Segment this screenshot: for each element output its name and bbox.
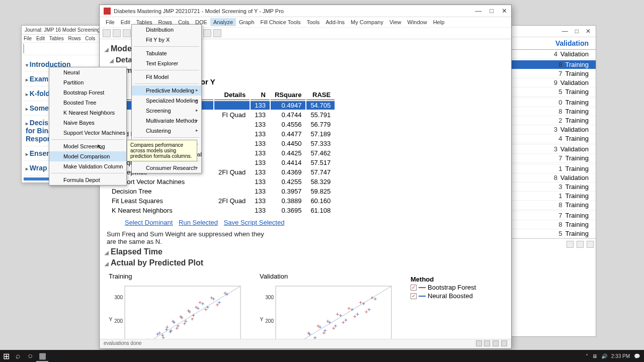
footer-icon[interactable]	[567, 241, 574, 248]
menu-file[interactable]: File	[103, 18, 118, 26]
validation-row[interactable]: 8Training	[511, 220, 596, 229]
footer-icon[interactable]	[577, 241, 584, 248]
mi-fitmodel[interactable]: Fit Model	[132, 72, 201, 82]
validation-row[interactable]: 3Validation	[511, 145, 596, 154]
status-icon[interactable]	[476, 340, 482, 346]
menu-analyze[interactable]: Analyze	[210, 18, 236, 26]
mi-consumer[interactable]: Consumer Research	[132, 163, 201, 173]
journal-menu[interactable]: File	[24, 36, 32, 41]
clock[interactable]: 2:33 PM	[611, 353, 630, 359]
validation-row[interactable]: 9Validation	[511, 78, 596, 87]
mi-svm[interactable]: Support Vector Machines	[49, 128, 126, 138]
tray-icon[interactable]: 🔊	[601, 353, 607, 359]
validation-row[interactable]: 7Training	[511, 211, 596, 220]
journal-menu[interactable]: Tables	[49, 36, 64, 41]
section-elapsed[interactable]: Elapsed Time	[105, 246, 506, 257]
validation-row[interactable]: 4Validation	[511, 50, 596, 59]
validation-row[interactable]: 7Training	[511, 154, 596, 163]
mi-multivariate[interactable]: Multivariate Methods	[132, 116, 201, 126]
legend-checkbox[interactable]: ✓	[411, 293, 417, 299]
mi-distribution[interactable]: Distribution	[132, 25, 201, 35]
minimize-icon[interactable]: —	[562, 28, 568, 35]
validation-row[interactable]: 2Training	[511, 116, 596, 125]
validation-column-header[interactable]: Validation	[511, 37, 596, 50]
validation-row[interactable]: 1Training	[511, 164, 596, 173]
col-n[interactable]: N	[251, 90, 270, 100]
mi-modelscreening[interactable]: Model Screening	[49, 141, 126, 151]
journal-menu[interactable]: Edit	[36, 36, 45, 41]
jmp-taskbar-icon[interactable]: ▦	[36, 350, 48, 362]
tool-icon[interactable]	[103, 29, 111, 37]
col-rase[interactable]: RASE	[306, 90, 335, 100]
cortana-icon[interactable]: ○	[24, 350, 36, 362]
validation-row[interactable]: 1Training	[511, 192, 596, 201]
close-icon[interactable]: ✕	[586, 28, 591, 35]
validation-row[interactable]: 4Training	[511, 134, 596, 143]
validation-scatter[interactable]: 300200100Y	[256, 281, 396, 343]
link-save-script[interactable]: Save Script Selected	[224, 219, 285, 226]
tray-icon[interactable]: 🖥	[592, 353, 597, 359]
maximize-icon[interactable]: □	[490, 7, 494, 15]
maximize-icon[interactable]: □	[575, 28, 579, 35]
menu-help[interactable]: Help	[430, 18, 448, 26]
tool-icon[interactable]	[213, 29, 221, 37]
menu-view[interactable]: View	[386, 18, 405, 26]
validation-row[interactable]: 5Training	[511, 87, 596, 97]
journal-menu[interactable]: Cols	[85, 36, 95, 41]
tool-icon[interactable]	[123, 29, 131, 37]
legend-checkbox[interactable]: ✓	[411, 285, 417, 291]
start-button[interactable]: ⊞	[0, 350, 12, 362]
mi-tabulate[interactable]: Tabulate	[132, 48, 201, 58]
mi-textexplorer[interactable]: Text Explorer	[132, 58, 201, 68]
mi-neural[interactable]: Neural	[49, 67, 126, 77]
close-icon[interactable]: ✕	[502, 7, 507, 15]
tool-icon[interactable]	[23, 44, 24, 53]
validation-row[interactable]: 3Training	[511, 183, 596, 192]
table-row[interactable]: Fit Least Squares2FI Quad1330.388960.160	[108, 197, 335, 205]
mi-naivebayes[interactable]: Naive Bayes	[49, 118, 126, 128]
validation-row[interactable]: 5Training	[511, 229, 596, 238]
table-row[interactable]: Support Vector Machines1330.425558.329	[108, 177, 335, 186]
table-row[interactable]: K Nearest Neighbors1330.369561.108	[108, 206, 335, 215]
notifications-icon[interactable]: 💬	[634, 353, 640, 359]
mi-modelcomparison[interactable]: Model Comparison	[49, 151, 126, 161]
mi-screening[interactable]: Screening	[132, 106, 201, 116]
validation-row[interactable]: 8Training	[511, 60, 596, 69]
mi-knn[interactable]: K Nearest Neighbors	[49, 108, 126, 118]
status-icon[interactable]	[484, 340, 490, 346]
table-row[interactable]: Decision Tree1330.395759.825	[108, 187, 335, 196]
mi-makevalidation[interactable]: Make Validation Column	[49, 161, 126, 171]
menu-tools[interactable]: Tools	[303, 18, 323, 26]
footer-icon[interactable]	[587, 241, 594, 248]
tool-icon[interactable]	[113, 29, 121, 37]
mi-bootstrap[interactable]: Bootstrap Forest	[49, 87, 126, 98]
link-select-dominant[interactable]: Select Dominant	[125, 219, 173, 226]
menu-mycompany[interactable]: My Company	[348, 18, 386, 26]
section-actual-predicted[interactable]: Actual by Predicted Plot	[105, 257, 506, 268]
menu-addins[interactable]: Add-Ins	[323, 18, 348, 26]
minimize-icon[interactable]: —	[475, 7, 481, 15]
mi-predictive[interactable]: Predictive Modeling	[132, 85, 201, 96]
menu-fillchoice[interactable]: Fill Choice Tools	[258, 18, 304, 26]
search-icon[interactable]: ⌕	[12, 350, 24, 362]
validation-row[interactable]: 0Training	[511, 98, 596, 107]
validation-row[interactable]: 8Training	[511, 107, 596, 116]
mi-boosted[interactable]: Boosted Tree	[49, 98, 126, 108]
legend-item[interactable]: ✓ Neural Boosted	[411, 292, 476, 300]
col-details[interactable]: Details	[214, 90, 250, 100]
validation-row[interactable]: 3Validation	[511, 125, 596, 134]
status-icon[interactable]	[501, 340, 507, 346]
legend-item[interactable]: ✓ Bootstrap Forest	[411, 283, 476, 292]
training-scatter[interactable]: 300200100Y	[105, 281, 246, 343]
menu-graph[interactable]: Graph	[236, 18, 258, 26]
status-icon[interactable]	[493, 340, 499, 346]
journal-menu[interactable]: Rows	[68, 36, 80, 41]
mi-clustering[interactable]: Clustering	[132, 126, 201, 136]
mi-specialized[interactable]: Specialized Modeling	[132, 96, 201, 106]
validation-row[interactable]: 7Training	[511, 69, 596, 78]
tray-icon[interactable]: ˄	[586, 353, 588, 359]
menu-window[interactable]: Window	[405, 18, 430, 26]
mi-partition[interactable]: Partition	[49, 77, 126, 87]
validation-row[interactable]: 8Training	[511, 201, 596, 210]
col-rsquare[interactable]: RSquare	[271, 90, 305, 100]
